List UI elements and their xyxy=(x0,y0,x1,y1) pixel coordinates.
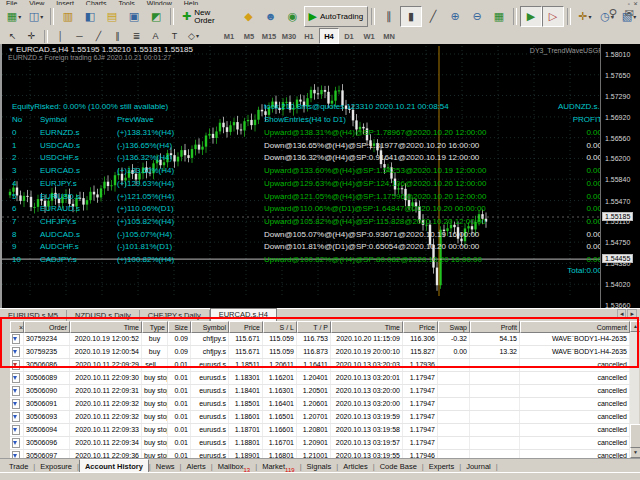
new-order-button[interactable]: ✚New Order xyxy=(177,6,238,27)
experts-button[interactable]: ☻ xyxy=(260,6,282,27)
chart-tab-eurusd.s[interactable]: EURUSD.s,M5 xyxy=(0,310,67,322)
timeframe-m15[interactable]: M15 xyxy=(259,28,279,44)
scroll-thumb[interactable] xyxy=(630,424,640,448)
column-header-comment[interactable]: Comment xyxy=(520,321,630,333)
terminal-tab-experts[interactable]: Experts xyxy=(424,460,459,473)
shapes-button[interactable]: ◇▾ xyxy=(184,28,203,44)
column-header-price[interactable]: Price xyxy=(229,321,263,333)
timeframe-w1[interactable]: W1 xyxy=(359,28,379,44)
terminal-tab-signals[interactable]: Signals xyxy=(302,460,337,473)
autotrading-button[interactable]: ▶AutoTrading xyxy=(304,6,368,27)
timeframe-m1[interactable]: M1 xyxy=(219,28,239,44)
order-row[interactable]: 305060942020.10.11 22:09:33buy stop0.01e… xyxy=(10,424,630,437)
data-window-icon: ◧ xyxy=(85,11,95,22)
price-axis[interactable]: 1.580101.576501.572901.569201.565601.562… xyxy=(600,44,640,308)
tile-windows-button[interactable]: ▦ xyxy=(488,6,510,27)
order-row[interactable]: 305060862020.10.11 22:09:29sell ...0.01e… xyxy=(10,359,630,372)
overlay-row: 7CHFJPY.s(+)105.82%(H4)Upward@105.82%@(H… xyxy=(10,217,600,229)
chart-tab-scroll[interactable]: ◂▸ xyxy=(616,310,637,318)
fibonacci-button[interactable]: ≣ xyxy=(127,28,146,44)
price-tick: 1.58010 xyxy=(605,51,630,58)
chart-tab-chfjpy.s[interactable]: CHFJPY.s,Daily xyxy=(140,310,210,322)
chart-bars-button[interactable]: ∥ xyxy=(378,6,400,27)
terminal-tab-alerts[interactable]: Alerts xyxy=(182,460,211,473)
chart-candles-button[interactable]: ▮ xyxy=(400,6,422,27)
equity-risked-text: EquityRisked: 0.00% (10.00% still availa… xyxy=(12,102,168,111)
order-row[interactable]: 307592352020.10.19 12:00:54buy0.09chfjpy… xyxy=(10,346,630,359)
order-row[interactable]: 305060902020.10.11 22:09:31buy stop0.01e… xyxy=(10,385,630,398)
zoom-out-button[interactable]: ⊖ xyxy=(466,6,488,27)
column-header-type[interactable]: Type xyxy=(142,321,168,333)
column-header-time[interactable]: Time xyxy=(331,321,403,333)
order-row[interactable]: 305060912020.10.11 22:09:32buy stop0.01e… xyxy=(10,398,630,411)
column-header-size[interactable]: Size xyxy=(168,321,191,333)
terminal-tab-code-base[interactable]: Code Base xyxy=(375,460,422,473)
zoom-in-button[interactable]: ⊕ xyxy=(444,6,466,27)
column-header-order[interactable]: Order xyxy=(24,321,70,333)
terminal-tab-news[interactable]: News xyxy=(151,460,180,473)
column-header-price[interactable]: Price xyxy=(403,321,438,333)
autoscroll-button[interactable]: ▶ xyxy=(520,6,542,27)
terminal-close-button[interactable]: × xyxy=(10,321,24,333)
cursor-button[interactable]: ↖ xyxy=(3,28,22,44)
table-rows: 307592342020.10.19 12:00:52buy0.09chfjpy… xyxy=(10,333,630,458)
chart-line-button[interactable]: ╱ xyxy=(422,6,444,27)
vertical-line-button[interactable]: │ xyxy=(51,28,70,44)
crosshair-button[interactable]: ✛ xyxy=(22,28,41,44)
indicators-button[interactable]: ✛▾ xyxy=(574,6,596,27)
order-row[interactable]: 307592342020.10.19 12:00:52buy0.09chfjpy… xyxy=(10,333,630,346)
new-chart-button[interactable]: ▦▾ xyxy=(3,6,25,27)
order-row[interactable]: 305060932020.10.11 22:09:32buy stop0.01e… xyxy=(10,411,630,424)
terminal-tab-articles[interactable]: Articles xyxy=(338,460,373,473)
buy-order-icon xyxy=(12,412,20,422)
terminal-tab-market[interactable]: Market119 xyxy=(257,460,300,473)
timeframe-d1[interactable]: D1 xyxy=(339,28,359,44)
scroll-down-icon[interactable]: ▼ xyxy=(630,447,640,458)
navigator-button[interactable]: ▤ xyxy=(101,6,123,27)
terminal-tab-mailbox[interactable]: Mailbox13 xyxy=(213,460,256,473)
horizontal-line-button[interactable]: ─ xyxy=(70,28,89,44)
autotrading-icon: ▶ xyxy=(308,11,316,22)
strategy-tester-button[interactable]: ◩ xyxy=(145,6,167,27)
terminal-tab-trade[interactable]: Trade xyxy=(4,460,33,473)
chart-tab-nzdusd.s[interactable]: NZDUSD.s,Daily xyxy=(67,310,140,322)
order-row[interactable]: 305060962020.10.11 22:09:34buy stop0.01e… xyxy=(10,437,630,450)
column-header-sl[interactable]: S / L xyxy=(263,321,297,333)
chat-icon[interactable]: ✉ xyxy=(625,7,634,19)
terminal-button[interactable]: ▣ xyxy=(123,6,145,27)
label-button[interactable]: T xyxy=(165,28,184,44)
buy-order-icon xyxy=(12,438,20,448)
timeframe-mn[interactable]: MN xyxy=(379,28,399,44)
search-icon[interactable]: ⚲ xyxy=(609,7,617,19)
metaeditor-button[interactable]: ◆ xyxy=(238,6,260,27)
chart-subtitle: EURNZD.s Foreign trading 6J# 2020.10.21 … xyxy=(8,54,171,61)
chart-shift-button[interactable]: ▷ xyxy=(542,6,564,27)
column-header-symbol[interactable]: Symbol xyxy=(191,321,229,333)
timeframe-m5[interactable]: M5 xyxy=(239,28,259,44)
column-header-time[interactable]: Time xyxy=(70,321,142,333)
chart-candles-icon: ▮ xyxy=(408,11,414,22)
timeframe-h4[interactable]: H4 xyxy=(319,28,339,44)
channel-button[interactable]: ∥ xyxy=(108,28,127,44)
scroll-up-icon[interactable]: ▲ xyxy=(630,321,640,332)
order-row[interactable]: 305060892020.10.11 22:09:30buy stop0.01e… xyxy=(10,372,630,385)
market-watch-button[interactable]: ▥ xyxy=(57,6,79,27)
trendline-button[interactable]: ╱ xyxy=(89,28,108,44)
data-window-button[interactable]: ◧ xyxy=(79,6,101,27)
indicators-icon: ✛ xyxy=(578,11,587,22)
column-header-profit[interactable]: Profit xyxy=(470,321,520,333)
scroll-left-icon[interactable]: ◂ xyxy=(617,309,627,318)
text-button[interactable]: A xyxy=(146,28,165,44)
column-header-tp[interactable]: T / P xyxy=(297,321,331,333)
profiles-button[interactable]: ◫▾ xyxy=(25,6,47,27)
terminal-tab-exposure[interactable]: Exposure xyxy=(35,460,77,473)
timeframe-h1[interactable]: H1 xyxy=(299,28,319,44)
chevron-down-icon: ▾ xyxy=(196,33,199,39)
terminal-scrollbar[interactable]: ▲▼ xyxy=(630,321,639,458)
timeframe-m30[interactable]: M30 xyxy=(279,28,299,44)
community-button[interactable]: ◉ xyxy=(282,6,304,27)
column-header-swap[interactable]: Swap xyxy=(438,321,470,333)
terminal-tab-journal[interactable]: Journal xyxy=(461,460,496,473)
order-row[interactable]: 305060972020.10.11 22:09:36buy stop0.01e… xyxy=(10,450,630,458)
scroll-right-icon[interactable]: ▸ xyxy=(627,309,637,318)
